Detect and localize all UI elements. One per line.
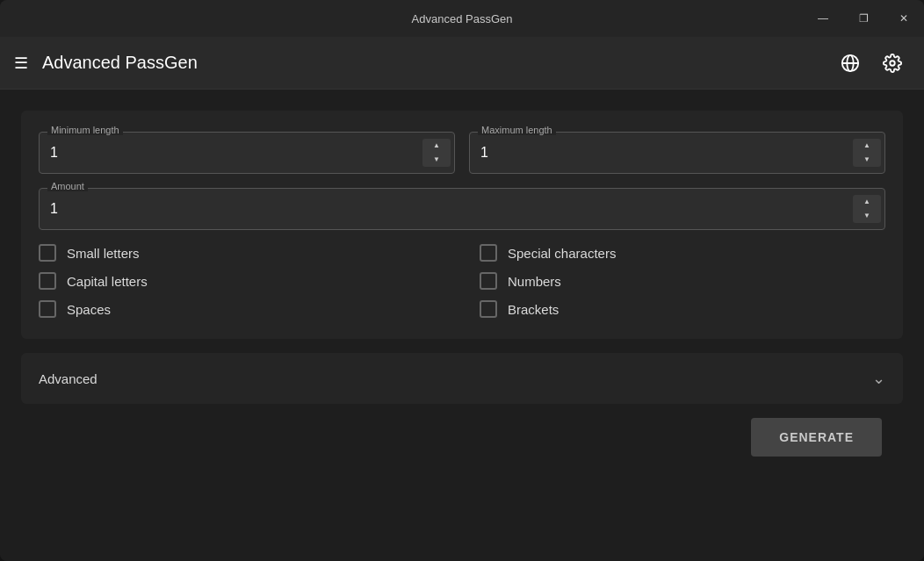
menu-icon[interactable]: ☰ xyxy=(14,54,28,73)
amount-wrapper: ▲ ▼ xyxy=(39,188,885,230)
checkbox-special-chars-label: Special characters xyxy=(508,246,616,261)
max-length-up[interactable]: ▲ xyxy=(853,139,881,153)
close-button[interactable]: ✕ xyxy=(884,0,924,37)
checkbox-small-letters-input[interactable] xyxy=(39,244,56,262)
checkbox-spaces[interactable]: Spaces xyxy=(39,300,444,318)
window-controls: — ❐ ✕ xyxy=(803,0,924,37)
advanced-header[interactable]: Advanced ⌄ xyxy=(21,353,903,404)
max-length-spinner: ▲ ▼ xyxy=(853,139,881,167)
advanced-title: Advanced xyxy=(39,371,97,386)
window-title: Advanced PassGen xyxy=(412,12,513,25)
min-length-spinner: ▲ ▼ xyxy=(422,139,451,167)
min-length-up[interactable]: ▲ xyxy=(422,139,451,153)
checkbox-numbers[interactable]: Numbers xyxy=(480,272,885,290)
checkbox-brackets-input[interactable] xyxy=(480,300,497,318)
min-length-label: Minimum length xyxy=(47,125,123,135)
footer: GENERATE xyxy=(21,418,903,478)
max-length-group: Maximum length ▲ ▼ xyxy=(469,132,885,174)
checkbox-special-chars-input[interactable] xyxy=(480,244,497,262)
min-length-down[interactable]: ▼ xyxy=(422,153,451,167)
generate-button[interactable]: GENERATE xyxy=(751,418,882,457)
min-length-input[interactable] xyxy=(40,133,422,173)
amount-down[interactable]: ▼ xyxy=(853,209,881,223)
app-window: Advanced PassGen — ❐ ✕ ☰ Advanced PassGe… xyxy=(0,0,924,561)
checkbox-small-letters[interactable]: Small letters xyxy=(39,244,444,262)
amount-input[interactable] xyxy=(40,189,853,229)
amount-group: Amount ▲ ▼ xyxy=(39,188,885,230)
chevron-down-icon: ⌄ xyxy=(872,369,885,388)
checkbox-grid: Small letters Special characters Capital… xyxy=(39,244,885,318)
max-length-label: Maximum length xyxy=(478,125,556,135)
amount-label: Amount xyxy=(47,181,88,191)
checkbox-brackets[interactable]: Brackets xyxy=(480,300,885,318)
checkbox-numbers-label: Numbers xyxy=(508,274,561,289)
gear-icon xyxy=(883,54,902,73)
max-length-input[interactable] xyxy=(470,133,853,173)
advanced-card: Advanced ⌄ xyxy=(21,353,903,404)
settings-button[interactable] xyxy=(875,46,910,81)
checkbox-spaces-input[interactable] xyxy=(39,300,56,318)
checkbox-capital-letters-label: Capital letters xyxy=(67,274,148,289)
globe-icon xyxy=(841,54,860,73)
app-title: Advanced PassGen xyxy=(42,53,833,73)
max-length-down[interactable]: ▼ xyxy=(853,153,881,167)
svg-point-3 xyxy=(890,61,895,66)
max-length-wrapper: ▲ ▼ xyxy=(469,132,885,174)
checkbox-numbers-input[interactable] xyxy=(480,272,497,290)
title-bar: Advanced PassGen — ❐ ✕ xyxy=(0,0,924,37)
maximize-button[interactable]: ❐ xyxy=(843,0,884,37)
checkbox-capital-letters[interactable]: Capital letters xyxy=(39,272,444,290)
main-content: Minimum length ▲ ▼ Maximum length xyxy=(0,90,924,561)
checkbox-capital-letters-input[interactable] xyxy=(39,272,56,290)
app-header: ☰ Advanced PassGen xyxy=(0,37,924,90)
amount-spinner: ▲ ▼ xyxy=(853,195,881,223)
amount-row: Amount ▲ ▼ xyxy=(39,188,885,230)
form-card: Minimum length ▲ ▼ Maximum length xyxy=(21,111,903,339)
min-length-wrapper: ▲ ▼ xyxy=(39,132,455,174)
checkbox-small-letters-label: Small letters xyxy=(67,246,140,261)
checkbox-spaces-label: Spaces xyxy=(67,302,111,317)
amount-up[interactable]: ▲ xyxy=(853,195,881,209)
min-length-group: Minimum length ▲ ▼ xyxy=(39,132,455,174)
minimize-button[interactable]: — xyxy=(803,0,843,37)
checkbox-brackets-label: Brackets xyxy=(508,302,559,317)
length-row: Minimum length ▲ ▼ Maximum length xyxy=(39,132,885,174)
checkbox-special-chars[interactable]: Special characters xyxy=(480,244,885,262)
header-actions xyxy=(833,46,910,81)
globe-button[interactable] xyxy=(833,46,868,81)
